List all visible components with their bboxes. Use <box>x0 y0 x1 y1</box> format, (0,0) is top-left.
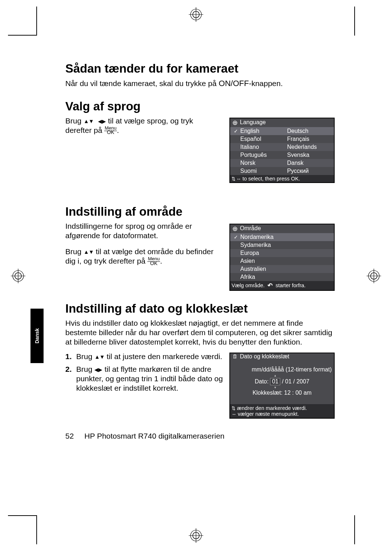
leftright-icon <box>236 176 241 182</box>
region-option-row[interactable]: ✓Nordamerika <box>230 233 334 241</box>
paragraph: Brug til at vælge det område du befinder… <box>65 247 221 266</box>
screen-title: Område <box>240 225 261 232</box>
heading-power-on: Sådan tænder du for kameraet <box>65 62 335 76</box>
heading-region: Indstilling af område <box>65 205 335 219</box>
menu-ok-button-icon: MenuOK <box>104 126 117 135</box>
region-option: Nordamerika <box>240 234 334 240</box>
region-option: Australien <box>240 266 334 272</box>
screen-title-bar: Dato og klokkeslæt <box>230 353 334 361</box>
region-option-row[interactable]: Australien <box>230 265 334 273</box>
footer-title: HP Photosmart R740 digitalkameraserien <box>85 432 225 440</box>
section-datetime: Indstilling af dato og klokkeslæt Hvis d… <box>65 302 335 419</box>
updown-arrows-icon <box>83 118 94 125</box>
date-format-label: mm/dd/åååå (12-timers format) <box>230 365 334 377</box>
region-option: Afrika <box>240 274 334 280</box>
language-tab: Dansk <box>30 309 44 363</box>
language-option: English <box>240 128 287 134</box>
check-icon: ✓ <box>234 234 240 240</box>
language-option-row[interactable]: PortuguêsSvenska <box>230 151 334 159</box>
on-off-label: ON/OFF <box>219 79 249 88</box>
datetime-screen: Dato og klokkeslæt mm/dd/åååå (12-timers… <box>229 353 335 419</box>
language-option: Русский <box>287 168 334 174</box>
leftright-arrows-icon <box>94 366 102 373</box>
date-selected-value[interactable]: 01 <box>270 378 280 385</box>
paragraph: Hvis du indstiller dato og klokkeslæt nø… <box>65 318 335 347</box>
paragraph: Indstillingerne for sprog og område er a… <box>65 221 221 241</box>
updown-icon <box>232 405 236 411</box>
back-icon <box>268 282 273 289</box>
menu-ok-button-icon: MenuOK <box>147 256 160 265</box>
language-option: Suomi <box>240 168 287 174</box>
region-screen: Område ✓NordamerikaSydamerikaEuropaAsien… <box>229 224 335 291</box>
section-language: Valg af sprog Language ✓EnglishDeutschEs… <box>65 99 335 183</box>
heading-datetime: Indstilling af dato og klokkeslæt <box>65 302 335 316</box>
language-option-row[interactable]: NorskDansk <box>230 159 334 167</box>
heading-language: Valg af sprog <box>65 99 335 113</box>
screen-title: Language <box>240 119 266 126</box>
time-row: Klokkeslæt: 12 : 00 am <box>230 389 334 400</box>
region-option: Asien <box>240 258 334 264</box>
language-option: Deutsch <box>287 128 334 134</box>
updown-arrows-icon <box>83 249 94 256</box>
leftright-arrows-icon <box>98 118 106 125</box>
region-option-row[interactable]: Europa <box>230 249 334 257</box>
globe-icon <box>232 118 238 126</box>
language-option-row[interactable]: ✓EnglishDeutsch <box>230 127 334 135</box>
screen-title: Dato og klokkeslæt <box>240 353 289 360</box>
language-option-row[interactable]: EspañolFrançais <box>230 135 334 143</box>
language-option: Français <box>287 136 334 142</box>
screen-footer: ændrer den markerede værdi. vælger næste… <box>230 404 334 418</box>
language-option: Dansk <box>287 160 334 166</box>
paragraph: Når du vil tænde kameraet, skal du trykk… <box>65 78 335 89</box>
leftright-icon <box>232 411 236 417</box>
updown-arrows-icon <box>94 354 105 361</box>
section-region: Indstilling af område Område ✓Nordamerik… <box>65 205 335 291</box>
language-option: Svenska <box>287 152 334 158</box>
language-option: Norsk <box>240 160 287 166</box>
page-number: 52 <box>65 432 74 440</box>
language-option: Español <box>240 136 287 142</box>
updown-icon <box>232 176 236 182</box>
language-screen: Language ✓EnglishDeutschEspañolFrançaisI… <box>229 118 335 183</box>
region-option-row[interactable]: Sydamerika <box>230 241 334 249</box>
language-option-row[interactable]: SuomiРусский <box>230 167 334 175</box>
language-tab-label: Dansk <box>34 328 40 343</box>
page-footer: 52 HP Photosmart R740 digitalkameraserie… <box>65 432 335 440</box>
region-option-row[interactable]: Afrika <box>230 273 334 281</box>
globe-icon <box>232 224 238 232</box>
step-1: Brug til at justere den markerede værdi. <box>65 352 225 361</box>
region-option: Europa <box>240 250 334 256</box>
language-option-row[interactable]: ItalianoNederlands <box>230 143 334 151</box>
region-option: Sydamerika <box>240 242 334 248</box>
page-content: Dansk Sådan tænder du for kameraet Når d… <box>65 62 335 440</box>
region-option-row[interactable]: Asien <box>230 257 334 265</box>
screen-title-bar: Område <box>230 224 334 233</box>
date-row: Dato: 01 / 01 / 2007 <box>230 377 334 389</box>
screen-title-bar: Language <box>230 118 334 127</box>
screen-footer: to select, then press OK. <box>230 175 334 182</box>
check-icon: ✓ <box>234 128 240 134</box>
language-option: Português <box>240 152 287 158</box>
section-power-on: Sådan tænder du for kameraet Når du vil … <box>65 62 335 89</box>
language-option: Italiano <box>240 144 287 150</box>
paragraph: Brug til at vælge sprog, og tryk derefte… <box>65 116 221 135</box>
calendar-icon <box>232 353 238 360</box>
screen-footer: Vælg område. starter forfra. <box>230 281 334 290</box>
language-option: Nederlands <box>287 144 334 150</box>
step-2: Brug til at flytte markøren til de andre… <box>65 365 225 393</box>
